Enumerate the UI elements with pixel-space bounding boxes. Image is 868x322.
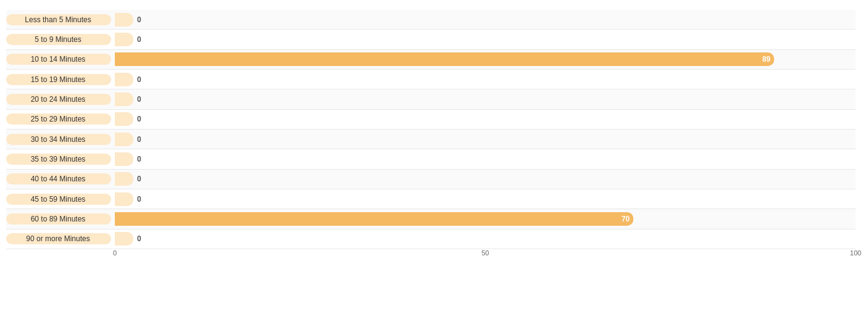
x-tick: 0 — [113, 249, 117, 257]
bar-value: 0 — [137, 175, 141, 183]
chart-container: Less than 5 Minutes05 to 9 Minutes010 to… — [0, 0, 868, 322]
bar-value: 0 — [137, 155, 141, 163]
bar-label: 40 to 44 Minutes — [6, 173, 111, 184]
bar-label: 20 to 24 Minutes — [6, 94, 111, 105]
bar-row: 40 to 44 Minutes0 — [6, 170, 856, 189]
bar-fill — [115, 93, 133, 106]
x-tick: 50 — [482, 249, 489, 257]
bar-label: 5 to 9 Minutes — [6, 34, 111, 45]
bar-row: 15 to 19 Minutes0 — [6, 70, 856, 89]
bar-label: 25 to 29 Minutes — [6, 114, 111, 125]
bar-track: 0 — [115, 192, 856, 206]
x-tick: 100 — [850, 249, 861, 257]
bar-value: 0 — [137, 195, 141, 204]
bar-label: 10 to 14 Minutes — [6, 54, 111, 65]
bar-label: Less than 5 Minutes — [6, 14, 111, 25]
bar-label: 35 to 39 Minutes — [6, 154, 111, 165]
bar-fill — [115, 133, 133, 146]
bar-row: 45 to 59 Minutes0 — [6, 189, 856, 209]
bar-row: 10 to 14 Minutes89 — [6, 50, 856, 70]
bar-value: 0 — [137, 75, 141, 84]
bar-track: 0 — [115, 152, 856, 166]
bar-rows: Less than 5 Minutes05 to 9 Minutes010 to… — [6, 10, 856, 249]
bar-track: 70 — [115, 212, 856, 226]
bar-track: 89 — [115, 52, 856, 66]
bar-row: 90 or more Minutes0 — [6, 229, 856, 249]
bar-row: 60 to 89 Minutes70 — [6, 209, 856, 229]
bar-track: 0 — [115, 133, 856, 146]
bar-value: 89 — [762, 55, 770, 64]
bar-fill — [115, 112, 133, 126]
bar-fill — [115, 232, 133, 246]
bar-value: 0 — [137, 115, 141, 123]
bar-row: 20 to 24 Minutes0 — [6, 89, 856, 109]
bar-value: 0 — [137, 15, 141, 24]
bar-fill — [115, 152, 133, 166]
bar-label: 30 to 34 Minutes — [6, 134, 111, 145]
bar-label: 15 to 19 Minutes — [6, 74, 111, 85]
bar-row: 5 to 9 Minutes0 — [6, 30, 856, 49]
bar-track: 0 — [115, 232, 856, 246]
bar-value: 0 — [137, 234, 141, 243]
bar-track: 0 — [115, 13, 856, 27]
bar-fill — [115, 33, 133, 46]
bar-track: 0 — [115, 93, 856, 106]
bar-value: 70 — [622, 215, 630, 223]
bar-fill: 89 — [115, 52, 774, 66]
bar-value: 0 — [137, 135, 141, 144]
bar-row: Less than 5 Minutes0 — [6, 10, 856, 30]
bar-track: 0 — [115, 33, 856, 46]
bar-fill — [115, 192, 133, 206]
bar-fill — [115, 73, 133, 86]
bar-row: 25 to 29 Minutes0 — [6, 110, 856, 130]
bar-fill — [115, 172, 133, 186]
x-axis: 050100 — [6, 249, 856, 264]
bar-label: 45 to 59 Minutes — [6, 194, 111, 205]
bar-value: 0 — [137, 35, 141, 44]
bar-row: 30 to 34 Minutes0 — [6, 130, 856, 149]
bar-label: 90 or more Minutes — [6, 233, 111, 244]
x-axis-inner: 050100 — [115, 249, 856, 264]
bar-track: 0 — [115, 172, 856, 186]
bar-track: 0 — [115, 112, 856, 126]
bar-row: 35 to 39 Minutes0 — [6, 149, 856, 169]
bar-fill: 70 — [115, 212, 633, 226]
chart-area: Less than 5 Minutes05 to 9 Minutes010 to… — [6, 10, 856, 264]
bar-track: 0 — [115, 73, 856, 86]
bar-fill — [115, 13, 133, 27]
bar-value: 0 — [137, 95, 141, 104]
bar-label: 60 to 89 Minutes — [6, 213, 111, 225]
